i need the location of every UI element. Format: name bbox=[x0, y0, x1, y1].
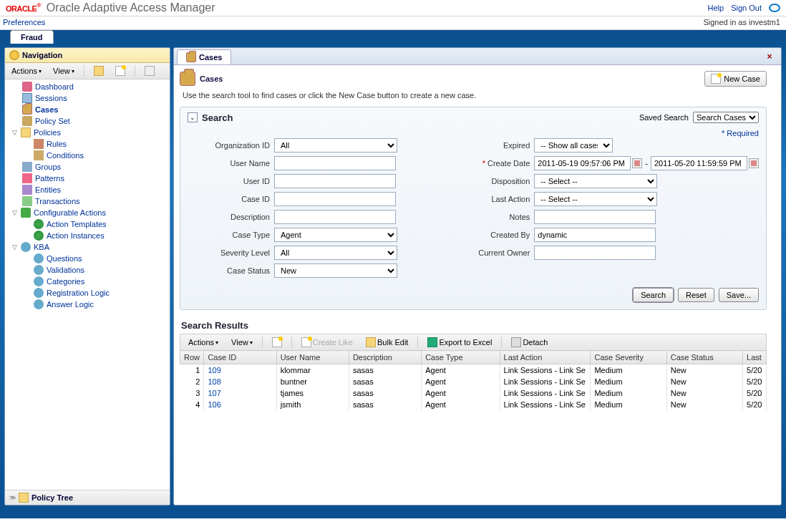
col-case-type[interactable]: Case Type bbox=[422, 351, 500, 364]
nav-patterns[interactable]: Patterns bbox=[5, 173, 170, 184]
nav-questions[interactable]: Questions bbox=[5, 253, 170, 264]
table-row[interactable]: 2108buntnersasasAgentLink Sessions - Lin… bbox=[180, 376, 767, 387]
saved-search-select[interactable]: Search Cases bbox=[693, 112, 759, 123]
col-last[interactable]: Last bbox=[743, 351, 767, 364]
current-owner-label: Current Owner bbox=[447, 248, 530, 257]
nav-download-button[interactable] bbox=[141, 64, 158, 77]
tab-cases[interactable]: Cases bbox=[177, 49, 231, 64]
cell-action: Link Sessions - Link Se bbox=[500, 387, 591, 399]
severity-select[interactable]: All bbox=[274, 246, 397, 260]
nav-groups[interactable]: Groups bbox=[5, 161, 170, 173]
reset-button[interactable]: Reset bbox=[678, 288, 714, 302]
nav-conditions[interactable]: Conditions bbox=[5, 150, 170, 161]
detach-button[interactable]: Detach bbox=[508, 336, 551, 349]
case-link[interactable]: 107 bbox=[208, 389, 220, 397]
col-row[interactable]: Row bbox=[180, 351, 204, 364]
folder-open-icon bbox=[94, 66, 104, 76]
nav-open-button[interactable] bbox=[90, 64, 107, 77]
calendar-icon[interactable] bbox=[632, 158, 642, 168]
nav-policy-set[interactable]: Policy Set bbox=[5, 115, 170, 127]
nav-action-instances[interactable]: Action Instances bbox=[5, 230, 170, 241]
results-new-button[interactable] bbox=[268, 336, 286, 349]
nav-categories[interactable]: Categories bbox=[5, 276, 170, 287]
cell-status: New bbox=[666, 399, 742, 410]
case-link[interactable]: 109 bbox=[208, 366, 220, 374]
nav-kba[interactable]: ▽KBA bbox=[5, 241, 170, 253]
module-tab-fraud[interactable]: Fraud bbox=[10, 30, 54, 44]
table-row[interactable]: 1109klommarsasasAgentLink Sessions - Lin… bbox=[180, 364, 767, 377]
case-id-label: Case ID bbox=[188, 195, 270, 203]
conditions-icon bbox=[34, 150, 44, 160]
cell-desc: sasas bbox=[349, 364, 421, 377]
save-search-button[interactable]: Save... bbox=[719, 288, 759, 302]
nav-transactions[interactable]: Transactions bbox=[5, 195, 170, 207]
nav-cases[interactable]: Cases bbox=[5, 104, 170, 115]
questions-icon bbox=[34, 253, 44, 263]
case-id-input[interactable] bbox=[274, 192, 396, 206]
col-description[interactable]: Description bbox=[349, 351, 421, 364]
results-actions-menu[interactable]: Actions ▾ bbox=[185, 337, 222, 348]
nav-dashboard[interactable]: Dashboard bbox=[5, 81, 170, 92]
new-icon bbox=[711, 74, 721, 84]
folder-icon bbox=[21, 127, 31, 137]
org-id-select[interactable]: All bbox=[274, 138, 397, 153]
nav-actions-menu[interactable]: Actions ▾ bbox=[8, 65, 45, 77]
nav-sessions[interactable]: Sessions bbox=[5, 92, 170, 104]
new-case-button[interactable]: New Case bbox=[704, 71, 767, 87]
col-case-id[interactable]: Case ID bbox=[204, 351, 276, 364]
case-link[interactable]: 108 bbox=[208, 377, 220, 386]
expander-icon[interactable]: ▽ bbox=[11, 129, 18, 136]
nav-answer-logic[interactable]: Answer Logic bbox=[5, 299, 170, 310]
collapse-toggle[interactable]: ⌄ bbox=[188, 112, 198, 122]
help-link[interactable]: Help bbox=[708, 4, 724, 12]
severity-label: Severity Level bbox=[188, 248, 270, 257]
saved-search-label: Saved Search bbox=[639, 113, 689, 122]
col-user-name[interactable]: User Name bbox=[276, 351, 349, 364]
notes-input[interactable] bbox=[534, 210, 656, 224]
case-type-label: Case Type bbox=[188, 231, 270, 239]
description-input[interactable] bbox=[274, 210, 396, 224]
calendar-icon[interactable] bbox=[749, 158, 759, 168]
export-excel-button[interactable]: Export to Excel bbox=[424, 336, 495, 349]
preferences-link[interactable]: Preferences bbox=[3, 18, 45, 26]
case-link[interactable]: 106 bbox=[208, 400, 220, 409]
nav-new-button[interactable] bbox=[112, 64, 129, 77]
disposition-select[interactable]: -- Select -- bbox=[534, 174, 657, 188]
nav-view-menu[interactable]: View ▾ bbox=[49, 65, 78, 77]
user-id-input[interactable] bbox=[274, 174, 396, 188]
table-row[interactable]: 4106jsmithsasasAgentLink Sessions - Link… bbox=[180, 399, 767, 410]
nav-reg-logic[interactable]: Registration Logic bbox=[5, 287, 170, 299]
create-date-to-input[interactable] bbox=[651, 156, 747, 170]
dashboard-icon bbox=[22, 82, 32, 92]
expired-select[interactable]: -- Show all cases -- bbox=[534, 138, 613, 153]
results-view-menu[interactable]: View ▾ bbox=[228, 337, 256, 348]
last-action-select[interactable]: -- Select -- bbox=[534, 192, 657, 206]
col-last-action[interactable]: Last Action bbox=[500, 351, 591, 364]
nav-rules[interactable]: Rules bbox=[5, 138, 170, 150]
nav-footer[interactable]: ≫ Policy Tree bbox=[5, 490, 170, 505]
nav-config-actions[interactable]: ▽Configurable Actions bbox=[5, 207, 170, 218]
created-by-input[interactable] bbox=[534, 228, 656, 242]
case-type-select[interactable]: Agent bbox=[274, 228, 397, 242]
sign-out-link[interactable]: Sign Out bbox=[731, 4, 762, 12]
close-tab-button[interactable]: × bbox=[761, 50, 778, 63]
created-by-label: Created By bbox=[447, 231, 530, 239]
nav-validations[interactable]: Validations bbox=[5, 264, 170, 276]
sub-header: Preferences Signed in as investm1 bbox=[0, 16, 786, 30]
nav-action-templates[interactable]: Action Templates bbox=[5, 218, 170, 230]
table-row[interactable]: 3107tjamessasasAgentLink Sessions - Link… bbox=[180, 387, 767, 399]
col-case-severity[interactable]: Case Severity bbox=[591, 351, 666, 364]
bulk-edit-button[interactable]: Bulk Edit bbox=[362, 336, 412, 349]
expander-icon[interactable]: ▽ bbox=[11, 209, 18, 216]
copy-icon bbox=[301, 337, 311, 347]
col-case-status[interactable]: Case Status bbox=[666, 351, 742, 364]
nav-policies[interactable]: ▽Policies bbox=[5, 127, 170, 138]
nav-entities[interactable]: Entities bbox=[5, 184, 170, 195]
user-name-input[interactable] bbox=[274, 156, 396, 170]
expander-icon[interactable]: ▽ bbox=[11, 243, 18, 251]
cell-desc: sasas bbox=[349, 399, 421, 410]
create-date-from-input[interactable] bbox=[534, 156, 631, 170]
search-button[interactable]: Search bbox=[633, 288, 674, 302]
current-owner-input[interactable] bbox=[534, 246, 656, 260]
case-status-select[interactable]: New bbox=[274, 263, 397, 278]
